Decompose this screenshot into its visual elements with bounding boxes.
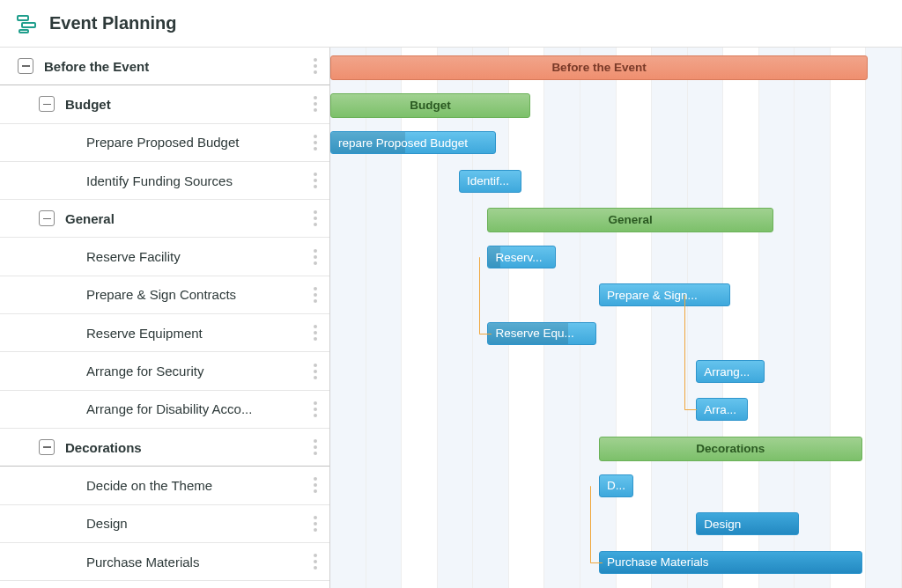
drag-handle-icon[interactable] [308, 135, 322, 151]
bar-label: Arrang... [704, 365, 750, 379]
minus-icon [43, 104, 51, 106]
task-label: Arrange for Disability Acco... [86, 401, 308, 416]
drag-handle-icon[interactable] [308, 210, 322, 226]
drag-handle-icon[interactable] [308, 325, 322, 341]
collapse-toggle[interactable] [18, 58, 33, 74]
task-label: General [65, 211, 308, 226]
task-label: Prepare Proposed Budget [86, 135, 308, 150]
task-group-row[interactable]: General [0, 200, 329, 238]
drag-handle-icon[interactable] [308, 364, 322, 379]
gantt-bar-task[interactable]: D... [599, 474, 633, 497]
app-header: Event Planning [0, 0, 902, 48]
task-label: Identify Funding Sources [86, 173, 308, 188]
drag-handle-icon[interactable] [308, 477, 322, 493]
task-label: Arrange for Security [86, 364, 308, 379]
task-label: Design [86, 516, 308, 531]
gantt-icon [16, 13, 37, 34]
svg-rect-2 [19, 30, 28, 33]
gantt-bar-task[interactable]: Prepare & Sign... [599, 283, 730, 306]
workspace: Before the EventBudgetPrepare Proposed B… [0, 48, 902, 588]
collapse-toggle[interactable] [39, 210, 55, 226]
task-label: Reserve Facility [86, 249, 308, 264]
gantt-bar-phase[interactable]: Before the Event [330, 55, 868, 80]
bar-label: Reserv... [495, 251, 542, 264]
timeline-panel[interactable]: Before the EventBudgetrepare Proposed Bu… [330, 48, 902, 588]
bar-label: Reserve Equ... [495, 327, 573, 340]
collapse-toggle[interactable] [39, 439, 55, 455]
svg-rect-0 [18, 16, 28, 20]
task-label: Reserve Equipment [86, 326, 308, 341]
task-row[interactable]: Purchase Materials [0, 543, 329, 581]
task-label: Decide on the Theme [86, 478, 308, 493]
bar-label: repare Proposed Budget [338, 136, 468, 150]
svg-rect-1 [22, 23, 35, 27]
minus-icon [43, 218, 51, 220]
task-group-row[interactable]: Budget [0, 85, 329, 123]
dependency-line [590, 562, 603, 563]
gantt-bar-task[interactable]: Reserve Equ... [487, 322, 595, 345]
gantt-bar-group[interactable]: Budget [330, 93, 530, 118]
page-title: Event Planning [49, 13, 176, 33]
drag-handle-icon[interactable] [308, 173, 322, 188]
task-list-panel: Before the EventBudgetPrepare Proposed B… [0, 48, 330, 588]
task-row[interactable]: Reserve Equipment [0, 314, 329, 352]
task-row[interactable]: Identify Funding Sources [0, 162, 329, 200]
bar-label: Purchase Materials [607, 555, 709, 569]
bar-label: General [609, 213, 653, 226]
task-group-row[interactable]: Before the Event [0, 48, 329, 85]
bar-label: Design [704, 518, 741, 531]
bar-label: Budget [410, 99, 451, 112]
gantt-bar-task[interactable]: Arrang... [696, 360, 765, 383]
gantt-bar-task[interactable]: Purchase Materials [599, 551, 862, 574]
task-row[interactable]: Reserve Facility [0, 238, 329, 276]
task-group-row[interactable]: Decorations [0, 429, 329, 467]
dependency-line [479, 334, 492, 334]
minus-icon [43, 446, 51, 448]
drag-handle-icon[interactable] [308, 58, 322, 74]
minus-icon [22, 65, 30, 67]
dependency-line [479, 257, 480, 334]
dependency-line [684, 295, 685, 409]
gantt-bar-group[interactable]: General [487, 208, 773, 232]
bar-label: D... [607, 479, 625, 492]
bar-label: Arra... [704, 403, 736, 416]
drag-handle-icon[interactable] [308, 96, 322, 112]
task-label: Prepare & Sign Contracts [86, 287, 308, 302]
task-row[interactable]: Prepare Proposed Budget [0, 124, 329, 162]
drag-handle-icon[interactable] [308, 287, 322, 303]
bar-label: Before the Event [551, 61, 646, 74]
task-row[interactable]: Arrange for Disability Acco... [0, 391, 329, 429]
task-row[interactable]: Arrange for Security [0, 352, 329, 390]
task-row[interactable]: Prepare & Sign Contracts [0, 276, 329, 314]
gantt-bar-task[interactable]: Reserv... [487, 246, 556, 268]
bar-label: Decorations [696, 442, 765, 455]
task-label: Budget [65, 97, 308, 112]
drag-handle-icon[interactable] [308, 401, 322, 417]
dependency-line [684, 409, 697, 410]
collapse-toggle[interactable] [39, 96, 55, 112]
gantt-bar-task[interactable]: repare Proposed Budget [330, 131, 496, 154]
gantt-bar-group[interactable]: Decorations [599, 437, 862, 461]
timeline-bars: Before the EventBudgetrepare Proposed Bu… [330, 48, 902, 588]
task-row[interactable]: Decide on the Theme [0, 467, 329, 504]
drag-handle-icon[interactable] [308, 554, 322, 570]
gantt-bar-task[interactable]: Design [696, 512, 799, 535]
drag-handle-icon[interactable] [308, 249, 322, 265]
drag-handle-icon[interactable] [308, 439, 322, 455]
task-label: Purchase Materials [86, 555, 308, 570]
task-label: Decorations [65, 440, 308, 455]
task-row[interactable]: Design [0, 505, 329, 543]
dependency-line [590, 486, 591, 562]
task-label: Before the Event [44, 59, 308, 74]
bar-label: Identif... [467, 174, 509, 187]
drag-handle-icon[interactable] [308, 516, 322, 532]
gantt-bar-task[interactable]: Arra... [696, 398, 747, 421]
gantt-bar-task[interactable]: Identif... [459, 170, 521, 193]
